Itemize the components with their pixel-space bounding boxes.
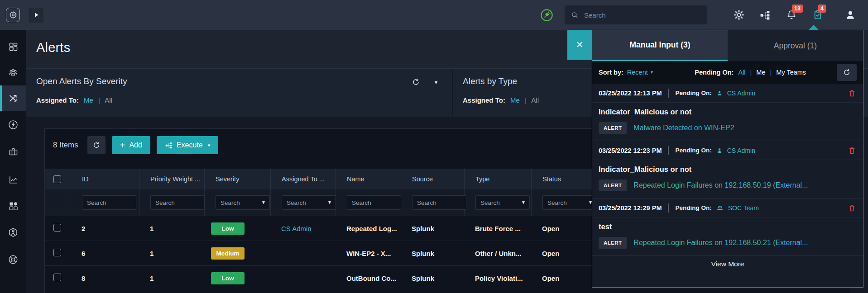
column-header-priority[interactable]: Priority Weight ... <box>139 169 204 189</box>
task-timestamp: 03/25/2022 12:23 PM <box>599 147 662 154</box>
table-row[interactable]: 8 1 Low OutBound Co... Splunk Policy Vio… <box>45 265 604 290</box>
sidebar-item-alerts[interactable] <box>0 85 26 111</box>
table-refresh-button[interactable] <box>87 136 106 154</box>
separator: | <box>750 69 752 76</box>
sort-by-label: Sort by: <box>599 69 623 76</box>
user-avatar[interactable] <box>844 9 856 21</box>
pending-tasks-clipboard-icon[interactable]: 4 <box>812 9 824 21</box>
filter-status-select[interactable] <box>542 195 597 210</box>
execute-button[interactable]: Execute ▾ <box>157 136 218 154</box>
sort-value[interactable]: Recent <box>627 69 648 76</box>
column-header-type[interactable]: Type <box>464 169 531 189</box>
run-play-button[interactable] <box>29 8 43 23</box>
column-header-severity[interactable]: Severity <box>204 169 270 189</box>
delete-task-button[interactable] <box>847 88 857 98</box>
filter-my-teams[interactable]: My Teams <box>776 69 806 76</box>
alert-link[interactable]: Repeated Login Failures on 192.168.50.19… <box>633 181 808 189</box>
alert-link[interactable]: Repeated Login Failures on 192.168.50.21… <box>633 239 808 247</box>
tab-approval[interactable]: Approval (1) <box>728 30 863 61</box>
task-card[interactable]: 03/25/2022 12:29 PM Pending On: SOC Team… <box>592 198 863 256</box>
cell-id: 2 <box>71 225 139 232</box>
table-header-row: ID Priority Weight ... Severity Assigned… <box>45 169 604 189</box>
widget-options-caret-icon[interactable]: ▾ <box>435 79 437 85</box>
tab-manual-input[interactable]: Manual Input (3) <box>592 30 728 61</box>
playbook-sitemap-icon[interactable] <box>759 9 771 21</box>
task-assignee[interactable]: CS Admin <box>727 90 755 97</box>
select-all-checkbox[interactable] <box>53 175 61 183</box>
assigned-filter: Assigned To: Me | All <box>36 96 112 104</box>
filter-id-input[interactable] <box>82 195 136 210</box>
sidebar-item-teams[interactable] <box>0 60 26 85</box>
delete-task-button[interactable] <box>847 203 857 213</box>
cell-priority: 1 <box>139 250 204 257</box>
sidebar-item-reports[interactable] <box>0 167 26 193</box>
cell-assigned[interactable]: CS Admin <box>270 225 336 232</box>
column-header-assigned[interactable]: Assigned To ... <box>270 169 336 189</box>
global-search[interactable] <box>565 5 707 24</box>
view-more-button[interactable]: View More <box>592 256 863 272</box>
filter-assigned-select[interactable] <box>282 195 336 210</box>
delete-task-button[interactable] <box>847 146 857 156</box>
task-assignee[interactable]: SOC Team <box>728 204 759 212</box>
sidebar-item-assets[interactable] <box>0 219 26 245</box>
table-row[interactable]: 2 1 Low CS Admin Repeated Log... Splunk … <box>45 216 604 241</box>
task-assignee[interactable]: CS Admin <box>727 147 755 154</box>
panel-refresh-button[interactable] <box>837 64 857 81</box>
notifications-bell-icon[interactable]: 13 <box>786 9 797 21</box>
assigned-all-option[interactable]: All <box>105 96 112 104</box>
filter-severity-select[interactable] <box>216 195 270 210</box>
panel-close-button[interactable]: ✕ <box>567 30 592 60</box>
row-checkbox[interactable] <box>53 274 61 281</box>
column-header-status[interactable]: Status <box>531 169 579 189</box>
alert-type-badge: ALERT <box>599 122 627 134</box>
sidebar-item-automation[interactable] <box>0 112 26 137</box>
refresh-icon <box>843 68 851 76</box>
alert-link[interactable]: Malware Detected on WIN-EP2 <box>633 124 734 132</box>
column-header-name[interactable]: Name <box>336 169 401 189</box>
filter-all[interactable]: All <box>738 69 745 76</box>
widget-refresh-icon[interactable] <box>412 78 420 86</box>
sidebar-item-case-management[interactable] <box>0 139 26 165</box>
apps-grid-icon <box>8 201 19 211</box>
settings-gear-icon[interactable] <box>733 9 745 21</box>
column-header-id[interactable]: ID <box>71 169 139 189</box>
integrations-plug-icon[interactable] <box>540 8 554 22</box>
sidebar-item-help[interactable] <box>0 246 26 272</box>
topbar-right: 13 4 <box>540 0 868 30</box>
column-header-source[interactable]: Source <box>401 169 464 189</box>
cell-name[interactable]: Repeated Log... <box>336 225 401 232</box>
assigned-me-option[interactable]: Me <box>510 96 520 104</box>
task-card[interactable]: 03/25/2022 12:13 PM Pending On: CS Admin… <box>592 84 863 141</box>
assigned-me-option[interactable]: Me <box>84 96 93 104</box>
filter-priority-input[interactable] <box>150 195 205 210</box>
task-card[interactable]: 03/25/2022 12:23 PM Pending On: CS Admin… <box>592 141 863 198</box>
tasks-badge: 4 <box>818 5 826 13</box>
sidebar-item-apps[interactable] <box>0 193 26 219</box>
table-row[interactable]: 6 1 Medium WIN-EP2 - X... Splunk Other /… <box>45 241 604 265</box>
filter-type-select[interactable] <box>475 195 530 210</box>
filter-source-input[interactable] <box>412 195 466 210</box>
assigned-all-option[interactable]: All <box>531 96 539 104</box>
cell-name[interactable]: OutBound Co... <box>336 274 401 282</box>
row-checkbox[interactable] <box>53 249 61 256</box>
plus-icon: + <box>120 141 125 150</box>
add-button[interactable]: + Add <box>112 136 150 154</box>
search-icon <box>571 11 579 19</box>
cell-source: Splunk <box>401 250 464 257</box>
divider <box>668 146 669 155</box>
global-search-input[interactable] <box>584 11 693 19</box>
divider <box>668 203 669 213</box>
cell-name[interactable]: WIN-EP2 - X... <box>336 250 401 257</box>
app-logo-icon[interactable] <box>6 8 20 22</box>
sidebar-item-dashboard[interactable] <box>0 34 26 60</box>
filter-name-input[interactable] <box>347 195 401 210</box>
filter-me[interactable]: Me <box>756 69 765 76</box>
widget-title: Alerts by Type <box>463 76 517 86</box>
row-checkbox[interactable] <box>53 224 61 232</box>
cell-status: Open <box>531 225 579 232</box>
trash-icon <box>847 146 857 156</box>
pending-on-label: Pending On: <box>695 69 734 76</box>
task-title: test <box>599 222 857 231</box>
user-icon <box>716 147 723 154</box>
close-icon: ✕ <box>575 39 584 50</box>
